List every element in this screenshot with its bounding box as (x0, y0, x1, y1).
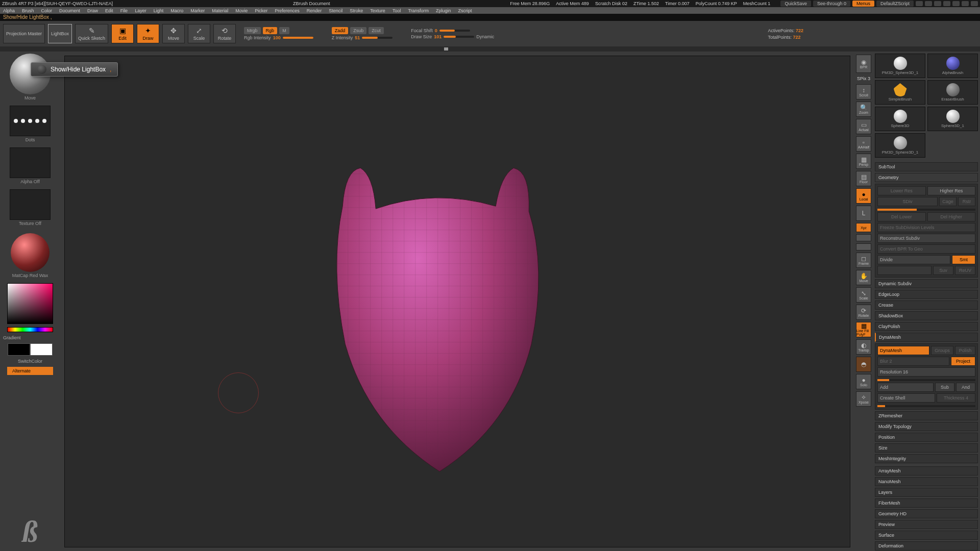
zoom-button[interactable]: 🔍Zoom (856, 102, 871, 117)
claypolish-header[interactable]: ClayPolish (875, 322, 978, 331)
groups-button[interactable]: Groups (931, 346, 953, 355)
frame-button[interactable]: ◻Frame (856, 253, 871, 268)
menu-item[interactable]: Light (154, 8, 164, 13)
position-header[interactable]: Position (875, 433, 978, 442)
and-button[interactable]: And (956, 383, 975, 392)
m-button[interactable]: M (279, 27, 289, 34)
menu-item[interactable]: Transform (408, 8, 429, 13)
geometry-header[interactable]: Geometry (875, 173, 978, 182)
zremesher-header[interactable]: ZRemesher (875, 411, 978, 420)
actual-button[interactable]: ▭Actual (856, 119, 871, 134)
reuv-button[interactable]: ReUV (955, 266, 975, 275)
solo-button[interactable]: ●Solo (856, 374, 871, 389)
convert-bpr-button[interactable]: Convert BPR To Geo (877, 244, 975, 254)
bpr-button[interactable]: ◉BPR (856, 55, 871, 73)
menu-item[interactable]: Zscript (458, 8, 472, 13)
menu-item[interactable]: Stroke (350, 8, 363, 13)
arraymesh-header[interactable]: ArrayMesh (875, 466, 978, 475)
menu-item[interactable]: Layer (135, 8, 146, 13)
xyz-button[interactable]: Xyz (856, 223, 871, 232)
dynamesh-button[interactable]: DynaMesh (877, 346, 929, 355)
alpha-swatch[interactable] (10, 147, 51, 178)
maximize-button[interactable] (962, 1, 969, 6)
lower-res-button[interactable]: Lower Res (877, 186, 926, 195)
menu-item[interactable]: Texture (370, 8, 385, 13)
menu-item[interactable]: Stencil (329, 8, 342, 13)
tool-item[interactable]: PM3D_Sphere3D_1 (875, 133, 925, 158)
menu-item[interactable]: File (120, 8, 128, 13)
scale-button[interactable]: ⤢Scale (188, 24, 210, 43)
create-shell-button[interactable]: Create Shell (877, 393, 935, 403)
size-header[interactable]: Size (875, 443, 978, 453)
rgb-button[interactable]: Rgb (263, 27, 278, 34)
mesh-integrity-header[interactable]: MeshIntegrity (875, 454, 978, 463)
rgb-intensity-slider[interactable] (283, 37, 313, 39)
modify-topology-header[interactable]: Modify Topology (875, 422, 978, 431)
sub-button[interactable]: Sub (935, 383, 954, 392)
crease-header[interactable]: Crease (875, 300, 978, 310)
secondary-color-swatch[interactable] (30, 343, 53, 356)
menu-item[interactable]: Movie (235, 8, 248, 13)
menu-item[interactable]: Material (212, 8, 228, 13)
texture-swatch[interactable] (10, 189, 51, 220)
sdiv-slider[interactable]: SDiv (877, 197, 938, 206)
project-button[interactable]: Project (951, 357, 975, 366)
zadd-button[interactable]: Zadd (332, 27, 349, 34)
deformation-header[interactable]: Deformation (875, 541, 978, 550)
switchcolor-button[interactable]: SwitchColor (18, 359, 42, 364)
menu-item[interactable]: Render (307, 8, 322, 13)
menu-item[interactable]: Brush (22, 8, 34, 13)
tray-button[interactable] (916, 1, 923, 6)
menu-item[interactable]: Color (41, 8, 53, 13)
divide-button[interactable]: Divide (877, 255, 950, 264)
zcut-button[interactable]: Zcut (369, 27, 384, 34)
rotate-nav-button[interactable]: ⟳Rotate (856, 305, 871, 320)
edgeloop-header[interactable]: EdgeLoop (875, 290, 978, 299)
nanomesh-header[interactable]: NanoMesh (875, 477, 978, 486)
suv-button[interactable]: Suv (933, 266, 953, 275)
mrgb-button[interactable]: Mrgb (244, 27, 261, 34)
viewport[interactable] (64, 56, 850, 547)
minimize-button[interactable] (952, 1, 960, 6)
tool-item[interactable]: Sphere3D (875, 107, 925, 131)
resolution-slider[interactable]: Resolution 16 (877, 367, 975, 377)
menu-item[interactable]: Alpha (3, 8, 15, 13)
menu-item[interactable]: Preferences (275, 8, 300, 13)
menu-item[interactable]: Macro (170, 8, 183, 13)
menus-button[interactable]: Menus (852, 1, 874, 7)
tray-button[interactable] (925, 1, 932, 6)
add-button[interactable]: Add (877, 383, 934, 392)
timeline-strip[interactable] (0, 46, 980, 52)
scroll-button[interactable]: ↕Scroll (856, 84, 871, 99)
color-picker[interactable] (7, 283, 53, 324)
menu-item[interactable]: Zplugin (436, 8, 451, 13)
subtool-header[interactable]: SubTool (875, 162, 978, 171)
tool-item[interactable]: SimpleBrush (875, 80, 925, 105)
spix-label[interactable]: SPix 3 (857, 76, 870, 81)
layers-header[interactable]: Layers (875, 488, 978, 497)
blank-button[interactable] (856, 234, 871, 241)
stroke-swatch[interactable] (10, 106, 51, 136)
z-intensity-slider[interactable] (362, 37, 393, 39)
surface-header[interactable]: Surface (875, 531, 978, 540)
del-lower-button[interactable]: Del Lower (877, 212, 926, 221)
sdiv-bar[interactable] (877, 209, 975, 211)
hue-bar[interactable] (7, 327, 53, 332)
scale-nav-button[interactable]: ⤡Scale (856, 287, 871, 303)
zsub-button[interactable]: Zsub (350, 27, 366, 34)
thickness-slider[interactable]: Thickness 4 (937, 393, 975, 403)
focal-shift-slider[interactable] (439, 30, 470, 32)
menu-item[interactable]: Document (59, 8, 80, 13)
aahalf-button[interactable]: ▫AAHalf (856, 136, 871, 152)
projection-master-button[interactable]: Projection Master (3, 24, 45, 43)
dynamic-subdiv-header[interactable]: Dynamic Subdiv (875, 279, 978, 288)
xpose-button[interactable]: ✧Xpose (856, 391, 871, 407)
cage-button[interactable]: Cage (939, 197, 957, 206)
del-higher-button[interactable]: Del Higher (927, 212, 976, 221)
main-color-swatch[interactable] (8, 343, 30, 356)
reconstruct-button[interactable]: Reconstruct Subdiv (877, 234, 975, 243)
lccomp-button[interactable]: L (856, 206, 871, 221)
transp-button[interactable]: ◐Transp (856, 339, 871, 355)
preview-header[interactable]: Preview (875, 520, 978, 529)
alternate-button[interactable]: Alternate (7, 367, 53, 375)
